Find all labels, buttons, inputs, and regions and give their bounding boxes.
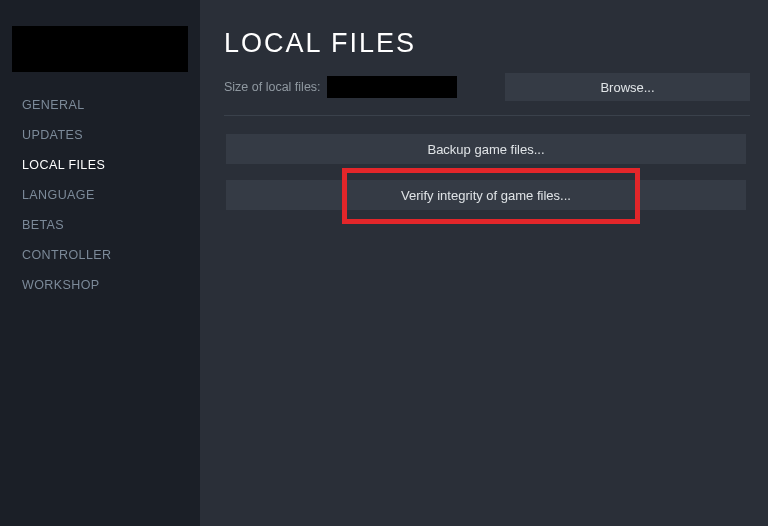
verify-row: Verify integrity of game files... — [224, 180, 750, 210]
verify-button[interactable]: Verify integrity of game files... — [226, 180, 746, 210]
backup-button[interactable]: Backup game files... — [226, 134, 746, 164]
nav-list: GENERAL UPDATES LOCAL FILES LANGUAGE BET… — [0, 90, 200, 300]
size-label: Size of local files: — [224, 80, 321, 94]
game-title-redacted — [12, 26, 188, 72]
backup-row: Backup game files... — [224, 134, 750, 164]
sidebar-item-controller[interactable]: CONTROLLER — [0, 240, 200, 270]
sidebar-item-general[interactable]: GENERAL — [0, 90, 200, 120]
sidebar-item-updates[interactable]: UPDATES — [0, 120, 200, 150]
size-value-redacted — [327, 76, 457, 98]
sidebar-item-betas[interactable]: BETAS — [0, 210, 200, 240]
sidebar: GENERAL UPDATES LOCAL FILES LANGUAGE BET… — [0, 0, 200, 526]
sidebar-item-language[interactable]: LANGUAGE — [0, 180, 200, 210]
size-row: Size of local files: Browse... — [224, 73, 750, 101]
divider — [224, 115, 750, 116]
page-title: LOCAL FILES — [224, 28, 750, 59]
main-panel: LOCAL FILES Size of local files: Browse.… — [200, 0, 768, 526]
browse-button[interactable]: Browse... — [505, 73, 750, 101]
sidebar-item-workshop[interactable]: WORKSHOP — [0, 270, 200, 300]
sidebar-item-local-files[interactable]: LOCAL FILES — [0, 150, 200, 180]
